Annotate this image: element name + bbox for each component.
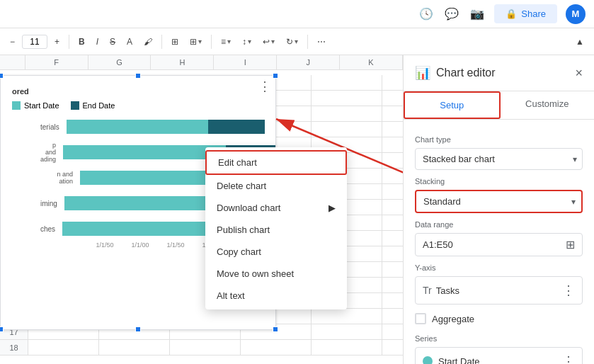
wrap-button[interactable]: ↩ ▾ <box>258 35 279 49</box>
stacking-label: Stacking <box>415 177 583 186</box>
series-item: Start Date ⋮ <box>415 347 583 364</box>
collapse-button[interactable]: ▲ <box>571 35 588 49</box>
top-bar: 🕓 💬 📷 🔒 Share M <box>0 0 594 28</box>
stacking-select[interactable]: Standard 100% <box>416 191 581 212</box>
toolbar-sep-3 <box>211 35 212 49</box>
context-menu-edit-chart[interactable]: Edit chart <box>205 150 347 175</box>
y-axis-item-label: Tasks <box>436 285 459 296</box>
alt-text-label: Alt text <box>217 290 245 301</box>
bold-button[interactable]: B <box>74 35 89 49</box>
align-button[interactable]: ≡ ▾ <box>217 35 235 49</box>
highlight-button[interactable]: 🖌 <box>139 35 156 49</box>
legend-end-date: End Date <box>71 101 115 110</box>
y-axis-type-icon: Tr <box>423 285 432 296</box>
bar-seg1-4 <box>64 196 213 210</box>
chart-type-select[interactable]: Stacked bar chart <box>415 148 583 170</box>
main-content: F G H I J K 1 2 3 4 5 6 7 8 9 10 11 12 1… <box>0 55 594 364</box>
bar-label-5: ches <box>40 225 55 233</box>
chat-icon[interactable]: 💬 <box>443 6 460 23</box>
series-item-left: Start Date <box>423 356 480 365</box>
download-chart-label: Download chart <box>217 203 280 213</box>
bar-row-1: terials <box>40 117 264 137</box>
legend-dot-start <box>12 101 21 110</box>
context-menu-publish-chart[interactable]: Publish chart <box>205 219 347 241</box>
y-axis-label: Y-axis <box>415 263 583 272</box>
context-menu-move-sheet[interactable]: Move to own sheet <box>205 263 347 285</box>
rotate-button[interactable]: ↻ ▾ <box>282 35 302 49</box>
data-range-label: Data range <box>415 220 583 229</box>
legend-start-date: Start Date <box>12 101 59 110</box>
editor-content: Chart type Stacked bar chart ▾ Stacking … <box>404 120 594 364</box>
context-menu-delete-chart[interactable]: Delete chart <box>205 175 347 197</box>
legend-label-start: Start Date <box>24 101 59 110</box>
column-headers: F G H I J K <box>0 55 403 70</box>
series-color-dot <box>423 356 433 364</box>
context-menu-copy-chart[interactable]: Copy chart <box>205 241 347 263</box>
merge-button[interactable]: ⊞ ▾ <box>185 35 206 49</box>
tab-customize[interactable]: Customize <box>501 91 595 119</box>
col-f: F <box>25 55 88 69</box>
editor-header-left: 📊 Chart editor <box>415 65 496 81</box>
chart-handle-tl[interactable] <box>0 73 4 79</box>
more-button[interactable]: ⋯ <box>313 35 330 49</box>
chart-editor-panel: 📊 Chart editor × Setup Customize Chart t… <box>403 55 594 364</box>
series-more-button[interactable]: ⋮ <box>562 353 575 364</box>
font-size-minus[interactable]: − <box>6 35 19 49</box>
data-range-grid-icon[interactable]: ⊞ <box>566 238 575 251</box>
stacking-select-box: Standard 100% ▾ <box>415 190 583 213</box>
strikethrough-button[interactable]: S <box>105 35 120 49</box>
chart-handle-bl[interactable] <box>0 326 4 332</box>
context-menu-download-chart[interactable]: Download chart ▶ <box>205 197 347 219</box>
borders-button[interactable]: ⊞ <box>167 35 183 49</box>
chart-legend: Start Date End Date <box>12 101 264 110</box>
aggregate-row: Aggregate <box>415 310 583 327</box>
chart-handle-bm[interactable] <box>135 326 141 332</box>
context-menu-alt-text[interactable]: Alt text <box>205 285 347 307</box>
y-axis-item-left: Tr Tasks <box>423 285 459 296</box>
delete-chart-label: Delete chart <box>217 181 266 191</box>
table-row: 18 <box>0 340 403 356</box>
bar-label-2: p andading <box>40 142 56 163</box>
aggregate-label: Aggregate <box>432 314 474 324</box>
col-h: H <box>151 55 214 69</box>
toolbar-sep-2 <box>161 35 162 49</box>
series-item-label: Start Date <box>438 356 480 365</box>
x-tick-0: 1/1/50 <box>87 241 122 249</box>
video-icon[interactable]: 📷 <box>469 6 486 23</box>
data-range-input[interactable] <box>423 239 560 250</box>
chart-handle-tm[interactable] <box>135 73 141 79</box>
y-axis-more-button[interactable]: ⋮ <box>562 283 575 298</box>
legend-label-end: End Date <box>83 101 115 110</box>
chart-title-text: ored <box>12 87 29 96</box>
share-button[interactable]: 🔒 Share <box>494 4 557 23</box>
row-num-header <box>0 55 25 69</box>
toolbar-sep-1 <box>69 35 69 49</box>
context-menu: Edit chart Delete chart Download chart ▶… <box>205 147 347 309</box>
chart-handle-br[interactable] <box>273 326 278 332</box>
text-color-button[interactable]: A <box>122 35 137 49</box>
col-i: I <box>214 55 277 69</box>
bar-segments-1 <box>67 120 265 134</box>
toolbar-sep-4 <box>307 35 308 49</box>
chart-handle-tr[interactable] <box>273 73 278 79</box>
bar-label-4: iming <box>40 200 57 207</box>
font-size-plus[interactable]: + <box>50 35 64 49</box>
bar-label-1: terials <box>40 123 59 131</box>
history-icon[interactable]: 🕓 <box>418 6 435 23</box>
editor-header: 📊 Chart editor × <box>404 55 594 91</box>
copy-chart-label: Copy chart <box>217 246 261 257</box>
col-k: K <box>340 55 403 69</box>
italic-button[interactable]: I <box>92 35 103 49</box>
publish-chart-label: Publish chart <box>217 224 270 235</box>
editor-tabs: Setup Customize <box>404 91 594 120</box>
avatar: M <box>566 4 586 24</box>
data-range-row: ⊞ <box>415 233 583 256</box>
bar-seg1-2 <box>63 145 226 159</box>
aggregate-checkbox[interactable] <box>415 313 426 324</box>
chart-more-button[interactable]: ⋮ <box>258 80 271 93</box>
font-size-input[interactable] <box>22 35 47 49</box>
editor-close-button[interactable]: × <box>575 66 583 81</box>
chart-type-select-box: Stacked bar chart ▾ <box>415 148 583 170</box>
valign-button[interactable]: ↕ ▾ <box>238 35 256 49</box>
tab-setup[interactable]: Setup <box>404 91 501 119</box>
